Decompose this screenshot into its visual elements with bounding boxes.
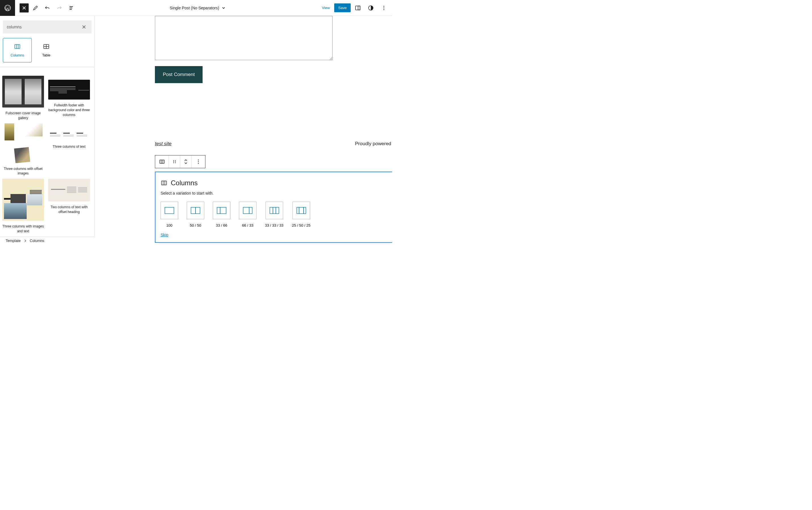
block-type-columns[interactable]: Columns bbox=[3, 38, 32, 62]
pattern-thumb bbox=[2, 179, 44, 221]
svg-rect-27 bbox=[270, 207, 273, 214]
settings-sidebar-button[interactable] bbox=[353, 3, 363, 13]
svg-point-15 bbox=[175, 162, 176, 163]
list-view-button[interactable] bbox=[66, 3, 76, 13]
chevron-up-icon bbox=[184, 159, 187, 161]
pattern-thumb bbox=[48, 179, 90, 201]
drag-icon bbox=[172, 159, 177, 164]
block-type-table[interactable]: Table bbox=[32, 38, 61, 62]
svg-point-4 bbox=[383, 6, 384, 6]
svg-rect-24 bbox=[220, 207, 226, 214]
more-vertical-icon bbox=[381, 5, 387, 11]
variation-preview bbox=[187, 202, 204, 219]
variation-label: 33 / 66 bbox=[216, 223, 227, 228]
pattern-thumb bbox=[48, 80, 90, 99]
svg-point-16 bbox=[198, 160, 199, 160]
variation-preview bbox=[161, 202, 178, 219]
variation-icon bbox=[191, 207, 200, 214]
wordpress-logo-button[interactable] bbox=[0, 0, 15, 16]
svg-rect-26 bbox=[249, 207, 252, 214]
svg-point-10 bbox=[173, 160, 174, 161]
pattern-item[interactable]: Fullscreen cover image gallery bbox=[2, 76, 44, 121]
svg-point-17 bbox=[198, 161, 199, 162]
columns-block-subtitle: Select a variation to start with. bbox=[161, 191, 392, 196]
styles-button[interactable] bbox=[366, 3, 376, 13]
svg-point-11 bbox=[175, 160, 176, 161]
toggle-inserter-button[interactable] bbox=[20, 3, 29, 12]
svg-rect-23 bbox=[217, 207, 220, 214]
wordpress-icon bbox=[4, 4, 11, 11]
block-search-box bbox=[3, 21, 92, 33]
view-link[interactable]: View bbox=[318, 4, 333, 12]
variation-icon bbox=[269, 207, 279, 214]
block-type-list: Columns Table bbox=[0, 38, 94, 67]
columns-icon bbox=[161, 180, 167, 186]
pattern-label: Two columns of text with offset heading bbox=[48, 205, 90, 214]
block-type-toolbar-button[interactable] bbox=[155, 155, 169, 168]
site-title-link[interactable]: test site bbox=[155, 141, 172, 147]
clear-search-button[interactable] bbox=[80, 23, 88, 31]
post-comment-button[interactable]: Post Comment bbox=[155, 66, 203, 83]
svg-point-14 bbox=[173, 162, 174, 163]
svg-rect-9 bbox=[160, 160, 164, 163]
svg-rect-20 bbox=[165, 207, 174, 214]
column-variation[interactable]: 66 / 33 bbox=[239, 202, 257, 228]
redo-button[interactable] bbox=[54, 3, 64, 13]
variation-label: 66 / 33 bbox=[242, 223, 253, 228]
comment-textarea[interactable] bbox=[155, 16, 332, 60]
variation-icon bbox=[217, 207, 226, 214]
block-search-input[interactable] bbox=[7, 25, 80, 29]
columns-block-title: Columns bbox=[171, 179, 198, 187]
pattern-item[interactable]: Three columns with images and text bbox=[2, 179, 44, 234]
styles-icon bbox=[368, 5, 374, 11]
pattern-item[interactable]: Three columns with offset images bbox=[2, 123, 44, 176]
pattern-item[interactable]: Two columns of text with offset heading bbox=[48, 179, 90, 234]
columns-block-placeholder: Columns Select a variation to start with… bbox=[155, 172, 392, 243]
svg-point-6 bbox=[383, 9, 384, 10]
undo-button[interactable] bbox=[42, 3, 53, 13]
block-breadcrumb: Template Columns bbox=[0, 237, 95, 244]
pattern-thumb bbox=[48, 123, 90, 141]
save-button[interactable]: Save bbox=[334, 3, 351, 12]
chevron-down-icon bbox=[184, 162, 187, 164]
variation-label: 50 / 50 bbox=[190, 223, 201, 228]
pattern-thumb bbox=[2, 123, 44, 163]
svg-rect-2 bbox=[358, 6, 360, 10]
template-name[interactable]: Single Post (No Separators) bbox=[170, 6, 219, 10]
pattern-label: Three columns with offset images bbox=[2, 167, 44, 176]
skip-variation-link[interactable]: Skip bbox=[161, 233, 168, 237]
close-icon bbox=[81, 24, 87, 30]
svg-rect-29 bbox=[276, 207, 279, 214]
block-inserter-panel: Columns Table Fullscreen cover image gal… bbox=[0, 16, 95, 244]
svg-rect-32 bbox=[303, 207, 306, 214]
block-type-label: Table bbox=[42, 53, 51, 57]
move-up-down-button[interactable] bbox=[180, 155, 192, 168]
variation-preview bbox=[266, 202, 283, 219]
pattern-item[interactable]: Three columns of text bbox=[48, 123, 90, 176]
pattern-thumb bbox=[2, 76, 44, 108]
pattern-label: Three columns with images and text bbox=[2, 224, 44, 234]
columns-icon bbox=[14, 43, 21, 50]
variation-icon bbox=[296, 207, 306, 214]
options-button[interactable] bbox=[379, 3, 389, 13]
chevron-down-icon[interactable] bbox=[221, 6, 226, 10]
column-variation[interactable]: 50 / 50 bbox=[187, 202, 204, 228]
svg-rect-25 bbox=[243, 207, 249, 214]
column-variation[interactable]: 33 / 33 / 33 bbox=[265, 202, 284, 228]
pattern-item[interactable]: Fullwidth footer with background color a… bbox=[48, 76, 90, 121]
variation-icon bbox=[243, 207, 253, 214]
pattern-label: Fullscreen cover image gallery bbox=[2, 111, 44, 121]
svg-rect-31 bbox=[299, 207, 303, 214]
chevron-right-icon bbox=[24, 239, 27, 242]
block-options-button[interactable] bbox=[192, 155, 205, 168]
editor-topbar: Single Post (No Separators) View Save bbox=[0, 0, 392, 16]
edit-tool-button[interactable] bbox=[30, 3, 40, 13]
svg-point-12 bbox=[173, 161, 174, 162]
column-variation[interactable]: 100 bbox=[161, 202, 178, 228]
drag-handle-button[interactable] bbox=[169, 155, 180, 168]
breadcrumb-root[interactable]: Template bbox=[6, 239, 21, 243]
column-variation[interactable]: 33 / 66 bbox=[213, 202, 230, 228]
column-variation[interactable]: 25 / 50 / 25 bbox=[292, 202, 310, 228]
breadcrumb-leaf[interactable]: Columns bbox=[30, 239, 44, 243]
close-icon bbox=[22, 6, 26, 10]
